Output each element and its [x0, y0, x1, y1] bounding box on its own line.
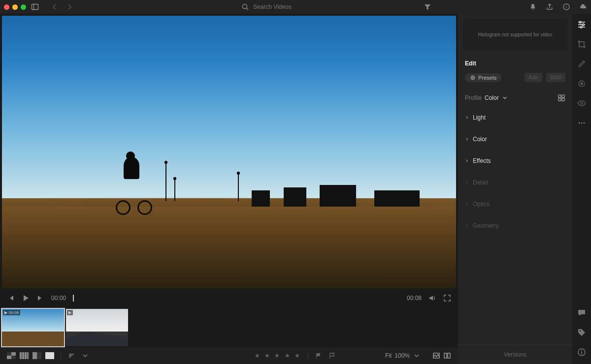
bw-button[interactable]: B&W — [546, 73, 565, 82]
chevron-right-icon — [465, 179, 469, 186]
section-label: Light — [473, 114, 486, 121]
grid-small-view-icon[interactable] — [20, 352, 29, 359]
svg-point-19 — [581, 83, 583, 85]
tool-rail — [572, 14, 591, 364]
help-icon[interactable]: i — [562, 3, 570, 11]
flag-pick-icon[interactable] — [315, 352, 323, 360]
filter-icon[interactable] — [424, 3, 431, 11]
edit-panel: Histogram not supported for video Edit P… — [458, 14, 572, 364]
svg-point-23 — [584, 122, 585, 124]
profile-value: Color — [485, 94, 499, 101]
playback-current-time: 00:00 — [51, 295, 66, 302]
redeye-icon[interactable] — [577, 98, 587, 108]
info-icon[interactable] — [577, 347, 587, 357]
chevron-right-icon — [465, 135, 469, 143]
filmstrip-thumb[interactable]: ▶00 08 — [2, 309, 64, 346]
crop-icon[interactable] — [577, 39, 587, 49]
svg-rect-8 — [448, 353, 450, 358]
svg-line-3 — [247, 8, 249, 10]
detail-view-icon[interactable] — [45, 352, 54, 359]
edit-section-color[interactable]: Color — [458, 128, 572, 150]
volume-icon[interactable] — [428, 294, 436, 302]
edit-section-light[interactable]: Light — [458, 107, 572, 128]
chevron-down-icon[interactable] — [502, 95, 508, 101]
before-after-icon[interactable] — [443, 352, 451, 360]
chevron-down-icon[interactable] — [81, 352, 89, 360]
edit-section-effects[interactable]: Effects — [458, 150, 572, 172]
fit-label[interactable]: Fit — [385, 352, 392, 359]
zoom-level[interactable]: 100% — [394, 352, 410, 359]
nav-back-icon[interactable] — [51, 3, 59, 11]
video-frame — [2, 16, 456, 288]
svg-point-24 — [580, 331, 581, 332]
rating-stars[interactable]: ★ ★ ★ ★ ★ — [255, 352, 301, 359]
healing-icon[interactable] — [577, 59, 587, 69]
sort-icon[interactable] — [67, 352, 75, 360]
more-icon[interactable] — [577, 118, 587, 128]
svg-text:i: i — [566, 5, 567, 9]
sort-divider: | — [60, 352, 62, 359]
comments-icon[interactable] — [577, 308, 587, 318]
filmstrip-thumb[interactable]: ▶ — [66, 309, 128, 346]
svg-rect-7 — [444, 353, 447, 358]
search-bar[interactable] — [241, 3, 350, 11]
minimize-window-button[interactable] — [12, 4, 18, 10]
edit-section-geometry: Geometry — [458, 215, 572, 237]
section-label: Effects — [473, 157, 491, 164]
versions-button[interactable]: Versions — [458, 345, 572, 364]
svg-point-17 — [580, 26, 582, 28]
scrubber[interactable] — [73, 297, 400, 299]
section-label: Optics — [473, 201, 490, 208]
play-button[interactable] — [22, 294, 30, 302]
panel-toggle-icon[interactable] — [31, 3, 39, 11]
close-window-button[interactable] — [4, 4, 9, 10]
profile-browser-icon[interactable] — [558, 94, 565, 102]
nav-forward-icon[interactable] — [66, 3, 73, 11]
share-icon[interactable] — [546, 3, 554, 11]
playback-duration: 00:08 — [407, 295, 422, 302]
search-input[interactable] — [253, 3, 332, 10]
title-bar: i — [0, 0, 591, 14]
svg-rect-12 — [562, 95, 564, 97]
keywords-icon[interactable] — [577, 328, 587, 337]
section-label: Detail — [473, 179, 488, 186]
chevron-right-icon — [465, 157, 469, 165]
bottom-toolbar: | ★ ★ ★ ★ ★ | Fit 100% — [0, 347, 458, 364]
section-label: Color — [473, 136, 487, 143]
video-viewport[interactable] — [2, 16, 456, 288]
profile-label: Profile — [465, 94, 482, 101]
edit-sliders-icon[interactable] — [577, 20, 587, 30]
filmstrip: ▶00 08 ▶ — [0, 308, 458, 347]
thumb-duration: 00 08 — [9, 310, 19, 315]
presets-icon — [470, 75, 476, 81]
histogram-placeholder: Histogram not supported for video — [463, 19, 567, 50]
prev-frame-button[interactable] — [7, 294, 15, 302]
chevron-right-icon — [465, 200, 469, 208]
grid-view-icon[interactable] — [7, 352, 16, 359]
svg-point-21 — [579, 122, 580, 124]
auto-button[interactable]: Auto — [525, 73, 543, 82]
cloud-sync-icon[interactable] — [579, 3, 587, 11]
presets-label: Presets — [478, 75, 496, 81]
maximize-window-button[interactable] — [21, 4, 26, 10]
histogram-message: Histogram not supported for video — [478, 32, 553, 37]
svg-rect-13 — [558, 98, 561, 101]
svg-rect-14 — [562, 98, 564, 101]
fullscreen-icon[interactable] — [443, 294, 451, 302]
svg-rect-11 — [558, 95, 561, 97]
compare-view-icon[interactable] — [33, 352, 41, 359]
svg-point-16 — [582, 24, 584, 26]
show-original-icon[interactable] — [432, 352, 440, 360]
svg-point-2 — [243, 4, 247, 9]
notifications-icon[interactable] — [529, 3, 537, 11]
svg-point-20 — [581, 102, 583, 104]
chevron-right-icon — [465, 222, 469, 230]
profile-row[interactable]: Profile Color — [458, 89, 572, 107]
edit-section-optics: Optics — [458, 193, 572, 215]
presets-button[interactable]: Presets — [465, 73, 501, 82]
playback-bar: 00:00 00:08 — [0, 288, 458, 308]
flag-reject-icon[interactable] — [328, 352, 336, 360]
masking-icon[interactable] — [577, 79, 587, 89]
chevron-down-icon[interactable] — [413, 352, 421, 360]
next-frame-button[interactable] — [36, 294, 44, 302]
